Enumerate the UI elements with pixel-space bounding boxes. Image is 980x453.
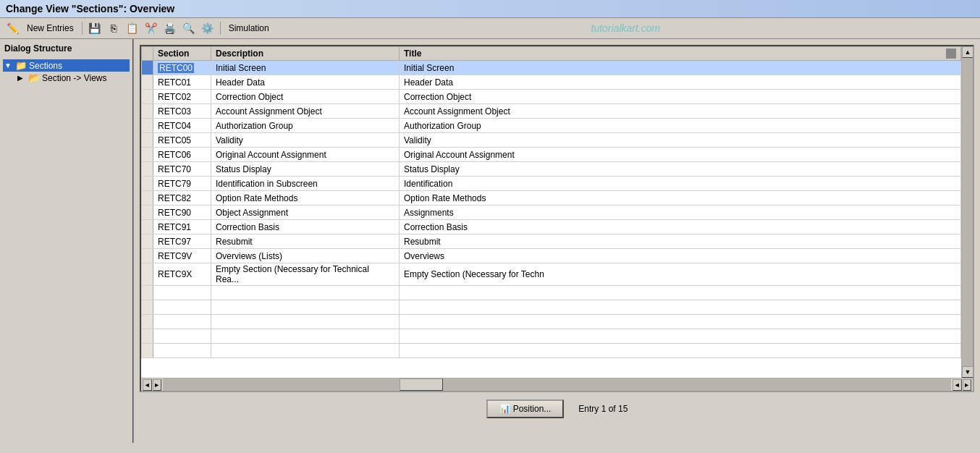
cell-title: Identification [400, 177, 961, 191]
separator-1 [82, 22, 83, 35]
cell-section: RETC79 [153, 177, 211, 191]
table-row[interactable]: RETC82Option Rate MethodsOption Rate Met… [142, 191, 961, 206]
h-scroll-thumb[interactable] [400, 378, 443, 391]
row-selector[interactable] [142, 220, 153, 234]
table-row[interactable]: RETC03Account Assignment ObjectAccount A… [142, 104, 961, 119]
row-selector[interactable] [142, 90, 153, 104]
cell-section: RETC91 [153, 220, 211, 234]
cell-section: RETC01 [153, 75, 211, 90]
scroll-down-button[interactable]: ▼ [962, 366, 973, 378]
pencil-icon[interactable]: ✏️ [4, 20, 20, 36]
col-header-title[interactable]: Title [400, 47, 961, 61]
cell-section: RETC9X [153, 263, 211, 286]
cell-title: Assignments [400, 206, 961, 220]
simulation-button[interactable]: Simulation [225, 22, 273, 35]
table-row[interactable]: RETC00Initial ScreenInitial Screen [142, 61, 961, 75]
table-row[interactable]: RETC79Identification in SubscreenIdentif… [142, 177, 961, 191]
cell-description-empty [211, 329, 400, 344]
row-selector[interactable] [142, 148, 153, 162]
cell-section: RETC82 [153, 191, 211, 206]
sidebar-item-section-views[interactable]: ▶ 📂 Section -> Views [3, 72, 130, 84]
print-icon[interactable]: 🖨️ [162, 20, 178, 36]
cell-title: Overviews [400, 249, 961, 263]
h-scroll-left-buttons[interactable]: ◄ ► [141, 378, 163, 391]
cell-title: Authorization Group [400, 119, 961, 133]
table-row-empty [142, 286, 961, 300]
h-scroll-right-buttons[interactable]: ◄ ► [951, 378, 973, 391]
cell-section-empty [153, 286, 211, 300]
vertical-scrollbar[interactable]: ▲ ▼ [961, 46, 973, 378]
cell-description: Option Rate Methods [211, 191, 400, 206]
position-button[interactable]: 📊 Position... [486, 399, 565, 418]
row-selector[interactable] [142, 206, 153, 220]
cell-section: RETC06 [153, 148, 211, 162]
delete-icon[interactable]: ✂️ [143, 20, 159, 36]
table-row[interactable]: RETC04Authorization GroupAuthorization G… [142, 119, 961, 133]
col-header-section[interactable]: Section [153, 47, 211, 61]
cell-section: RETC02 [153, 90, 211, 104]
table-row[interactable]: RETC02Correction ObjectCorrection Object [142, 90, 961, 104]
row-selector[interactable] [142, 133, 153, 148]
cell-description: Correction Basis [211, 220, 400, 234]
scroll-track[interactable] [962, 58, 973, 366]
row-selector[interactable] [142, 162, 153, 177]
table-row[interactable]: RETC05ValidityValidity [142, 133, 961, 148]
save-icon[interactable]: 💾 [87, 20, 103, 36]
row-selector[interactable] [142, 119, 153, 133]
horizontal-scrollbar[interactable]: ◄ ► ◄ ► [141, 378, 973, 391]
cell-section: RETC9V [153, 249, 211, 263]
table-row[interactable]: RETC06Original Account AssignmentOrigina… [142, 148, 961, 162]
cell-section: RETC70 [153, 162, 211, 177]
row-selector[interactable] [142, 263, 153, 286]
paste-icon[interactable]: 📋 [124, 20, 140, 36]
table-row[interactable]: RETC70Status DisplayStatus Display [142, 162, 961, 177]
row-selector[interactable] [142, 104, 153, 119]
col-header-description[interactable]: Description [211, 47, 400, 61]
page-title: Change View "Sections": Overview [6, 3, 174, 14]
h-scroll-track[interactable] [163, 378, 951, 391]
cell-title-empty [400, 344, 961, 358]
col-resize-icon[interactable] [946, 48, 956, 59]
row-selector[interactable] [142, 75, 153, 90]
settings-icon[interactable]: ⚙️ [200, 20, 216, 36]
table-row[interactable]: RETC90Object AssignmentAssignments [142, 206, 961, 220]
new-entries-label: New Entries [27, 23, 74, 33]
table-row-empty [142, 315, 961, 329]
h-scroll-next-button[interactable]: ► [963, 379, 972, 391]
folder-icon-section-views: 📂 [28, 72, 40, 83]
table-row[interactable]: RETC97ResubmitResubmit [142, 234, 961, 249]
h-scroll-left-button[interactable]: ◄ [143, 379, 152, 391]
cell-section-empty [153, 300, 211, 315]
toolbar: ✏️ New Entries 💾 ⎘ 📋 ✂️ 🖨️ 🔍 ⚙️ Simulati… [0, 18, 980, 39]
row-selector[interactable] [142, 61, 153, 75]
table-body: RETC00Initial ScreenInitial ScreenRETC01… [142, 61, 961, 358]
row-selector[interactable] [142, 191, 153, 206]
cell-title: Resubmit [400, 234, 961, 249]
h-scroll-right-button[interactable]: ► [153, 379, 162, 391]
cell-description: Initial Screen [211, 61, 400, 75]
row-selector[interactable] [142, 249, 153, 263]
cell-description: Authorization Group [211, 119, 400, 133]
table-row[interactable]: RETC9XEmpty Section (Necessary for Techn… [142, 263, 961, 286]
copy-icon[interactable]: ⎘ [106, 20, 122, 36]
sidebar-item-sections[interactable]: ▼ 📁 Sections [3, 59, 130, 72]
cell-description: Identification in Subscreen [211, 177, 400, 191]
table-row[interactable]: RETC9VOverviews (Lists)Overviews [142, 249, 961, 263]
scroll-up-button[interactable]: ▲ [962, 46, 973, 58]
cell-section: RETC05 [153, 133, 211, 148]
cell-description: Empty Section (Necessary for Technical R… [211, 263, 400, 286]
cell-title-empty [400, 300, 961, 315]
table-row[interactable]: RETC91Correction BasisCorrection Basis [142, 220, 961, 234]
new-entries-button[interactable]: New Entries [23, 22, 77, 35]
table-row[interactable]: RETC01Header DataHeader Data [142, 75, 961, 90]
h-scroll-prev-button[interactable]: ◄ [952, 379, 962, 391]
row-selector[interactable] [142, 234, 153, 249]
table-scroll-area[interactable]: Section Description Title [141, 46, 961, 378]
cell-section: RETC03 [153, 104, 211, 119]
cell-title: Option Rate Methods [400, 191, 961, 206]
cell-description-empty [211, 300, 400, 315]
find-icon[interactable]: 🔍 [181, 20, 197, 36]
table-row-empty [142, 329, 961, 344]
cell-title: Status Display [400, 162, 961, 177]
row-selector[interactable] [142, 177, 153, 191]
